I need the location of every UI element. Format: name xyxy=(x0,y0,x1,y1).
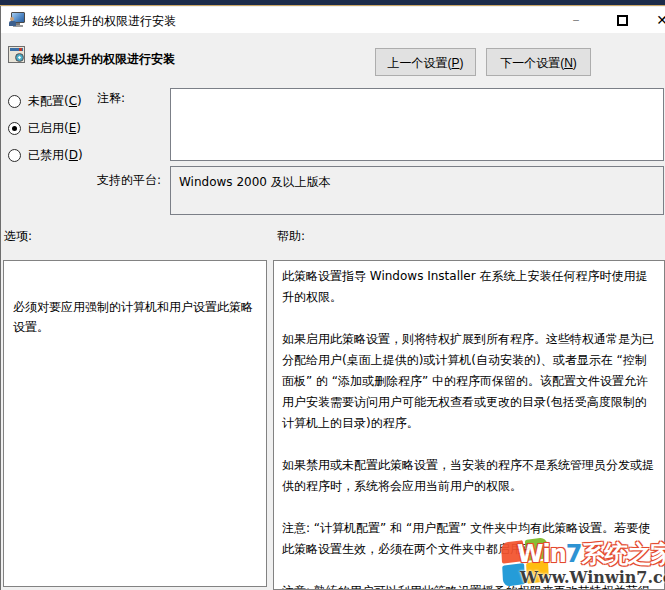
supported-platform-value: Windows 2000 及以上版本 xyxy=(170,166,664,215)
close-button[interactable]: ✕ xyxy=(649,7,665,33)
radio-circle-not-configured[interactable] xyxy=(8,95,21,108)
minimize-button[interactable]: – xyxy=(559,7,593,33)
policy-setting-title: 始终以提升的权限进行安装 xyxy=(31,51,175,68)
window-left-border xyxy=(0,0,1,590)
radio-circle-disabled[interactable] xyxy=(8,149,21,162)
close-icon: ✕ xyxy=(656,12,665,28)
maximize-icon xyxy=(617,15,628,26)
watermark: Win7系统之家 Www.Winwin7.com xyxy=(495,537,665,590)
help-section-label: 帮助: xyxy=(277,228,305,245)
radio-label-disabled: 已禁用(D) xyxy=(28,147,83,164)
window-top-accent-bar xyxy=(0,0,665,6)
user-figure-icon xyxy=(9,17,16,26)
watermark-url-text: Www.Winwin7.com xyxy=(520,568,665,587)
help-paragraph: 如果启用此策略设置，则将特权扩展到所有程序。这些特权通常是为已分配给用户(桌面上… xyxy=(282,329,656,434)
maximize-button[interactable] xyxy=(605,7,639,33)
window-title: 始终以提升的权限进行安装 xyxy=(32,13,176,30)
window-computer-icon xyxy=(9,12,26,27)
radio-label-not-configured: 未配置(C) xyxy=(28,93,82,110)
previous-setting-button[interactable]: 上一个设置(P) xyxy=(375,48,476,76)
radio-label-enabled: 已启用(E) xyxy=(28,120,81,137)
supported-platform-label: 支持的平台: xyxy=(97,172,161,189)
watermark-brand-text: Win7系统之家 xyxy=(517,538,665,570)
radio-circle-enabled[interactable] xyxy=(8,122,21,135)
options-text: 必须对要应用强制的计算机和用户设置此策略设置。 xyxy=(13,297,257,337)
minimize-icon: – xyxy=(573,11,580,27)
radio-disabled[interactable]: 已禁用(D) xyxy=(8,147,83,164)
policy-installer-icon xyxy=(8,46,25,63)
comment-input[interactable] xyxy=(170,88,664,161)
comment-label: 注释: xyxy=(97,90,125,107)
titlebar: 始终以提升的权限进行安装 – ✕ xyxy=(1,7,665,33)
options-section-label: 选项: xyxy=(4,228,32,245)
radio-not-configured[interactable]: 未配置(C) xyxy=(8,93,82,110)
help-paragraph: 如果禁用或未配置此策略设置，当安装的程序不是系统管理员分发或提供的程序时，系统将… xyxy=(282,455,656,497)
cd-disc-icon xyxy=(15,53,24,62)
options-panel: 必须对要应用强制的计算机和用户设置此策略设置。 xyxy=(3,260,267,587)
radio-enabled[interactable]: 已启用(E) xyxy=(8,120,81,137)
help-paragraph: 此策略设置指导 Windows Installer 在系统上安装任何程序时使用提… xyxy=(282,266,656,308)
next-setting-button[interactable]: 下一个设置(N) xyxy=(486,48,591,76)
